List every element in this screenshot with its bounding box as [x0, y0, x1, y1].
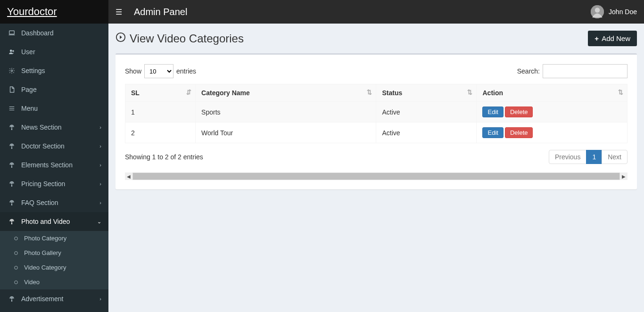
page-title-text: View Video Categories — [130, 32, 244, 45]
sort-icon: ⇅ — [467, 89, 472, 95]
cell-action: EditDelete — [477, 102, 627, 123]
cell-category-name: Sports — [196, 102, 376, 123]
pagination-next[interactable]: Next — [602, 150, 627, 164]
svg-point-4 — [12, 50, 14, 52]
sort-icon: ⇅ — [618, 89, 623, 95]
brand-logo[interactable]: Yourdoctor — [0, 0, 108, 24]
panel-title: Admin Panel — [134, 7, 187, 17]
page-title: View Video Categories — [116, 32, 244, 45]
cell-sl: 2 — [125, 123, 196, 143]
circle-icon — [12, 265, 20, 270]
delete-button[interactable]: Delete — [505, 127, 533, 138]
sidebar-item-dashboard[interactable]: Dashboard — [0, 24, 108, 42]
search-control: Search: — [517, 64, 627, 78]
sidebar-subitem-photo-gallery[interactable]: Photo Gallery — [0, 246, 108, 260]
sidebar-item-page[interactable]: Page — [0, 80, 108, 99]
search-input[interactable] — [543, 64, 627, 78]
sidebar-subitem-label: Photo Category — [24, 235, 66, 242]
main-header: Yourdoctor ☰ Admin Panel John Doe — [0, 0, 644, 24]
length-select[interactable]: 102550100 — [144, 64, 173, 78]
sidebar-item-label: Doctor Section — [21, 142, 65, 150]
sidebar-item-doctor-section[interactable]: Doctor Section› — [0, 137, 108, 156]
col-sl[interactable]: SL ⇵ — [125, 84, 196, 102]
top-navbar: ☰ Admin Panel John Doe — [108, 0, 644, 24]
sidebar-subitem-label: Video — [24, 279, 40, 286]
cell-status: Active — [376, 123, 477, 143]
add-new-button[interactable]: + Add New — [588, 31, 637, 46]
sidebar-subitem-photo-category[interactable]: Photo Category — [0, 231, 108, 246]
user-menu[interactable]: John Doe — [591, 5, 637, 18]
sidebar-menu: DashboardUserSettingsPageMenuNews Sectio… — [0, 24, 108, 308]
svg-point-12 — [15, 237, 18, 240]
svg-point-5 — [11, 70, 13, 72]
edit-button[interactable]: Edit — [482, 107, 503, 117]
col-category-name[interactable]: Category Name ⇅ — [196, 84, 376, 102]
datatable-bottom: Showing 1 to 2 of 2 entries Previous 1 N… — [125, 150, 627, 164]
svg-point-11 — [11, 221, 12, 222]
chevron-right-icon: › — [99, 296, 101, 302]
length-control: Show 102550100 entries — [125, 64, 196, 78]
cell-status: Active — [376, 102, 477, 123]
scroll-left-icon[interactable]: ◀ — [125, 172, 132, 180]
edit-button[interactable]: Edit — [482, 127, 503, 138]
sort-asc-icon: ⇵ — [186, 89, 191, 95]
sidebar-item-settings[interactable]: Settings — [0, 61, 108, 80]
podcast-icon — [7, 296, 17, 302]
col-status[interactable]: Status ⇅ — [376, 84, 477, 102]
podcast-icon — [7, 218, 17, 225]
sidebar-item-photo-and-video[interactable]: Photo and Video⌄ — [0, 212, 108, 231]
table-row: 1SportsActiveEditDelete — [125, 102, 627, 123]
sidebar-subitem-video-category[interactable]: Video Category — [0, 260, 108, 275]
chevron-down-icon: ⌄ — [97, 219, 101, 225]
chevron-right-icon: › — [99, 124, 101, 130]
user-name: John Doe — [609, 8, 637, 16]
sidebar-item-elements-section[interactable]: Elements Section› — [0, 156, 108, 174]
sidebar-item-pricing-section[interactable]: Pricing Section› — [0, 174, 108, 193]
sidebar-item-label: Page — [21, 86, 37, 93]
pagination-page-1[interactable]: 1 — [586, 150, 602, 164]
cog-icon — [7, 67, 17, 74]
sidebar-toggle-icon[interactable]: ☰ — [116, 8, 122, 16]
sidebar-item-advertisement[interactable]: Advertisement› — [0, 289, 108, 308]
svg-point-10 — [11, 202, 12, 203]
sidebar-item-faq-section[interactable]: FAQ Section› — [0, 193, 108, 212]
sidebar-submenu: Photo CategoryPhoto GalleryVideo Categor… — [0, 231, 108, 289]
sidebar-item-label: News Section — [21, 123, 62, 131]
sidebar-item-label: Dashboard — [21, 29, 54, 37]
sidebar-item-menu[interactable]: Menu — [0, 99, 108, 118]
panel-box: Show 102550100 entries Search: SL ⇵ — [116, 53, 637, 189]
sidebar-subitem-video[interactable]: Video — [0, 275, 108, 289]
avatar-icon — [591, 5, 604, 18]
chevron-right-icon: › — [99, 143, 101, 149]
sidebar-subitem-label: Photo Gallery — [24, 249, 61, 256]
sort-icon: ⇅ — [367, 89, 372, 95]
sidebar: DashboardUserSettingsPageMenuNews Sectio… — [0, 24, 108, 312]
content-body: Show 102550100 entries Search: SL ⇵ — [108, 53, 644, 197]
sidebar-item-label: Settings — [21, 67, 45, 74]
svg-point-13 — [15, 251, 18, 255]
scroll-right-icon[interactable]: ▶ — [620, 172, 627, 180]
svg-rect-2 — [9, 31, 15, 34]
svg-point-1 — [595, 8, 600, 13]
content-wrapper: View Video Categories + Add New Show 102… — [108, 24, 644, 312]
sidebar-item-news-section[interactable]: News Section› — [0, 118, 108, 137]
plus-icon: + — [594, 34, 599, 42]
brand-text: Yourdoctor — [7, 6, 57, 18]
cell-action: EditDelete — [477, 123, 627, 143]
search-label: Search: — [517, 67, 540, 75]
horizontal-scrollbar[interactable]: ◀ ▶ — [125, 172, 627, 180]
circle-icon — [12, 251, 20, 255]
pagination: Previous 1 Next — [549, 150, 627, 164]
sidebar-item-label: Advertisement — [21, 295, 63, 303]
sidebar-item-user[interactable]: User — [0, 42, 108, 61]
svg-point-16 — [11, 298, 12, 299]
chevron-right-icon: › — [99, 181, 101, 187]
scroll-track[interactable] — [133, 173, 619, 180]
cell-category-name: World Tour — [196, 123, 376, 143]
circle-icon — [12, 236, 20, 241]
svg-point-8 — [11, 164, 12, 165]
pagination-previous[interactable]: Previous — [549, 150, 586, 164]
file-icon — [7, 86, 17, 93]
delete-button[interactable]: Delete — [505, 107, 533, 117]
categories-table: SL ⇵ Category Name ⇅ Status ⇅ Action — [125, 84, 627, 143]
